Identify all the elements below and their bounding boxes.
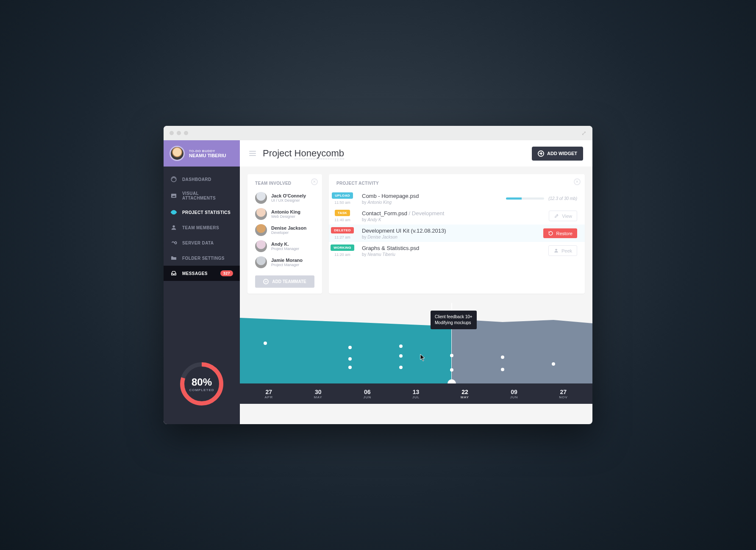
app-name: TO-DO BUDDY xyxy=(189,149,226,153)
avatar xyxy=(255,256,267,268)
sidebar: TO-DO BUDDY NEAMU TIBERIU DASHBOARD VISU… xyxy=(164,140,240,424)
svg-point-10 xyxy=(348,366,352,369)
activity-tag: DELETED xyxy=(331,227,353,233)
nav-folder-settings[interactable]: FOLDER SETTINGS xyxy=(164,250,240,266)
activity-heading: PROJECT ACTIVITY xyxy=(329,174,585,190)
infinity-icon xyxy=(170,239,177,246)
page-header: Project Honeycomb ADD WIDGET xyxy=(240,140,592,167)
svg-point-20 xyxy=(552,362,555,366)
member-name: Antonio King xyxy=(271,209,300,214)
restore-button[interactable]: Restore xyxy=(543,228,577,238)
svg-rect-1 xyxy=(171,194,176,197)
avatar xyxy=(170,146,185,161)
nav-server-data[interactable]: SERVER DATA xyxy=(164,235,240,250)
activity-time: 11:20 am xyxy=(334,253,350,257)
svg-point-12 xyxy=(348,346,352,349)
main-panel: Project Honeycomb ADD WIDGET ✕ TEAM INVO… xyxy=(240,140,592,424)
activity-title: Graphs & Statistics.psd xyxy=(362,245,542,251)
window-titlebar: ⤢ xyxy=(164,126,592,140)
team-member[interactable]: Antonio King Web Designer xyxy=(247,206,322,222)
avatar xyxy=(255,192,267,204)
timeline-tick[interactable]: 22MAY xyxy=(461,389,469,399)
nav-messages[interactable]: MESSAGES 327 xyxy=(164,266,240,281)
chart-area: Client feedback 10+ Modifying mockups 27… xyxy=(240,301,592,404)
svg-point-15 xyxy=(399,344,403,348)
activity-time: 11:50 am xyxy=(334,200,350,205)
page-title: Project Honeycomb xyxy=(263,148,344,159)
nav-label: DASHBOARD xyxy=(182,177,211,182)
timeline-tick[interactable]: 30MAY xyxy=(314,389,322,399)
svg-point-9 xyxy=(264,342,267,345)
add-widget-label: ADD WIDGET xyxy=(547,151,577,156)
timeline-tick[interactable]: 27APR xyxy=(264,389,272,399)
activity-author: by Antonio King xyxy=(362,200,500,205)
plus-circle-icon xyxy=(263,279,269,284)
team-member[interactable]: Andy K. Project Manager xyxy=(247,238,322,254)
nav-visual-attachments[interactable]: VISUAL ATTACHMENTS xyxy=(164,187,240,205)
activity-title: Comb - Homepage.psd xyxy=(362,193,500,199)
svg-point-16 xyxy=(450,368,453,372)
member-role: UI / UX Designer xyxy=(271,198,306,203)
svg-point-7 xyxy=(555,249,557,250)
traffic-lights xyxy=(170,131,188,135)
dashboard-icon xyxy=(170,176,177,183)
cursor-icon xyxy=(420,354,426,361)
close-window-dot[interactable] xyxy=(170,131,174,135)
user-block[interactable]: TO-DO BUDDY NEAMU TIBERIU xyxy=(164,140,240,167)
peek-button[interactable]: Peek xyxy=(548,245,577,256)
close-icon[interactable]: ✕ xyxy=(574,178,581,185)
timeline-tick[interactable]: 13JUL xyxy=(412,389,420,399)
member-name: Jack O'Connely xyxy=(271,193,306,198)
nav-label: TEAM MEMBERS xyxy=(182,225,219,230)
completion-widget: 80% COMPLETED xyxy=(164,348,240,424)
nav-team-members[interactable]: TEAM MEMBERS xyxy=(164,220,240,235)
activity-time: 11:27 am xyxy=(334,235,350,239)
completion-label: COMPLETED xyxy=(189,388,214,392)
user-icon xyxy=(553,248,559,253)
svg-point-14 xyxy=(399,354,403,358)
timeline-tick[interactable]: 09JUN xyxy=(510,389,518,399)
add-widget-button[interactable]: ADD WIDGET xyxy=(532,147,583,161)
activity-row[interactable]: TASK 11:40 am Contact_Form.psd / Develop… xyxy=(329,207,585,225)
member-role: Project Manager xyxy=(271,247,299,251)
add-teammate-label: ADD TEAMMATE xyxy=(272,279,306,284)
view-button[interactable]: View xyxy=(549,211,577,221)
nav-label: MESSAGES xyxy=(182,271,208,276)
menu-icon[interactable] xyxy=(249,150,256,157)
svg-point-4 xyxy=(172,225,175,228)
member-role: Web Designer xyxy=(271,214,300,219)
nav-project-statistics[interactable]: PROJECT STATISTICS xyxy=(164,205,240,220)
eye-icon xyxy=(170,209,177,216)
avatar xyxy=(255,240,267,252)
area-chart-icon[interactable] xyxy=(240,303,592,383)
activity-row[interactable]: WORKING 11:20 am Graphs & Statistics.psd… xyxy=(329,242,585,259)
avatar xyxy=(255,208,267,220)
activity-row[interactable]: DELETED 11:27 am Development UI Kit (v.1… xyxy=(329,225,585,242)
activity-tag: UPLOAD xyxy=(332,192,353,199)
nav-label: FOLDER SETTINGS xyxy=(182,256,225,261)
activity-title: Development UI Kit (v.12.08.2013) xyxy=(362,228,537,234)
timeline-tick[interactable]: 06JUN xyxy=(363,389,371,399)
avatar xyxy=(255,224,267,236)
activity-card: ✕ PROJECT ACTIVITY UPLOAD 11:50 am Comb … xyxy=(329,174,585,294)
nav-dashboard[interactable]: DASHBOARD xyxy=(164,172,240,187)
zoom-window-dot[interactable] xyxy=(184,131,188,135)
activity-row[interactable]: UPLOAD 11:50 am Comb - Homepage.psd by A… xyxy=(329,190,585,207)
member-role: Developer xyxy=(271,231,306,235)
member-name: Jamie Morano xyxy=(271,258,303,263)
add-teammate-button[interactable]: ADD TEAMMATE xyxy=(255,275,314,288)
team-member[interactable]: Jamie Morano Project Manager xyxy=(247,254,322,270)
folder-icon xyxy=(170,255,177,261)
nav-label: VISUAL ATTACHMENTS xyxy=(182,191,233,200)
nav-label: PROJECT STATISTICS xyxy=(182,210,231,215)
user-name: NEAMU TIBERIU xyxy=(189,153,226,158)
team-member[interactable]: Jack O'Connely UI / UX Designer xyxy=(247,190,322,206)
svg-point-13 xyxy=(399,366,403,369)
timeline-tick[interactable]: 27NOV xyxy=(559,389,567,399)
activity-title: Contact_Form.psd / Development xyxy=(362,210,543,217)
svg-point-19 xyxy=(501,356,504,359)
minimize-window-dot[interactable] xyxy=(177,131,181,135)
team-member[interactable]: Denise Jackson Developer xyxy=(247,222,322,238)
expand-icon[interactable]: ⤢ xyxy=(581,130,586,136)
close-icon[interactable]: ✕ xyxy=(311,178,318,185)
